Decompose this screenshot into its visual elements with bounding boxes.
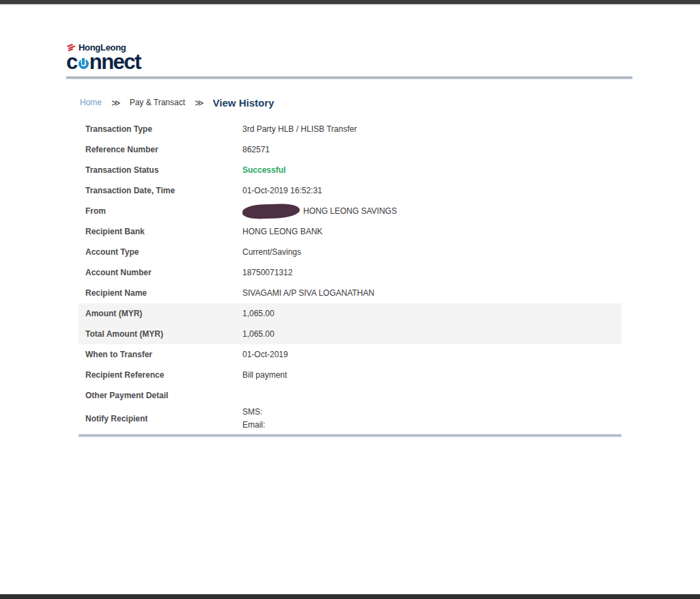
- detail-row: Account TypeCurrent/Savings: [79, 242, 621, 262]
- browser-top-edge: [0, 0, 700, 5]
- transaction-details-table: Transaction Type3rd Party HLB / HLISB Tr…: [79, 119, 621, 432]
- detail-row: When to Transfer01-Oct-2019: [79, 344, 621, 365]
- detail-label: Account Number: [79, 268, 242, 277]
- detail-row: Recipient BankHONG LEONG BANK: [79, 221, 621, 242]
- detail-label: Recipient Name: [79, 288, 242, 298]
- breadcrumb-separator-icon: ≫: [111, 98, 120, 108]
- detail-label: Other Payment Detail: [79, 391, 242, 400]
- detail-row: Other Payment Detail: [79, 385, 621, 406]
- detail-label: Recipient Reference: [79, 370, 242, 380]
- detail-label: Total Amount (MYR): [79, 329, 242, 339]
- hong-leong-connect-logo[interactable]: HongLeong c nnect: [66, 42, 182, 71]
- detail-value-line: Email:: [242, 419, 621, 432]
- detail-label: When to Transfer: [79, 350, 242, 359]
- detail-label: Recipient Bank: [79, 227, 242, 236]
- detail-row: Reference Number862571: [79, 139, 621, 160]
- detail-value: SIVAGAMI A/P SIVA LOGANATHAN: [242, 288, 621, 298]
- detail-value: 3rd Party HLB / HLISB Transfer: [242, 124, 621, 134]
- detail-row: Transaction StatusSuccessful: [79, 160, 621, 180]
- detail-value: 18750071312: [242, 268, 621, 277]
- detail-value: Successful: [242, 165, 621, 175]
- detail-value: 862571: [242, 145, 621, 154]
- detail-row: Total Amount (MYR)1,065.00: [79, 324, 621, 344]
- power-button-icon: [79, 59, 89, 69]
- detail-value: 01-Oct-2019 16:52:31: [242, 186, 621, 195]
- breadcrumb-home-link[interactable]: Home: [80, 98, 102, 107]
- footer-divider: [79, 434, 621, 437]
- page-content: HongLeong c nnect Home ≫ Pay & Transact …: [66, 7, 632, 437]
- detail-label: Transaction Status: [79, 165, 242, 175]
- detail-row: Transaction Date, Time01-Oct-2019 16:52:…: [79, 180, 621, 201]
- logo-connect-prefix: c: [66, 53, 77, 71]
- detail-value: HONG LEONG BANK: [242, 227, 621, 236]
- redaction-scribble: [242, 203, 300, 219]
- detail-value: HONG LEONG SAVINGS: [242, 204, 621, 219]
- detail-value: Bill payment: [242, 370, 621, 380]
- detail-label: Notify Recipient: [79, 414, 242, 423]
- detail-row: Transaction Type3rd Party HLB / HLISB Tr…: [79, 119, 621, 139]
- detail-label: Transaction Date, Time: [79, 186, 242, 195]
- detail-value: Current/Savings: [242, 247, 621, 257]
- browser-bottom-edge: [0, 594, 700, 599]
- detail-label: Amount (MYR): [79, 309, 242, 318]
- breadcrumb-separator-icon: ≫: [195, 98, 204, 108]
- detail-row: Recipient NameSIVAGAMI A/P SIVA LOGANATH…: [79, 283, 621, 303]
- detail-row: FromHONG LEONG SAVINGS: [79, 201, 621, 221]
- detail-row: Account Number18750071312: [79, 262, 621, 283]
- detail-label: Account Type: [79, 247, 242, 257]
- detail-row: Recipient ReferenceBill payment: [79, 365, 621, 385]
- detail-value: 1,065.00: [242, 309, 621, 318]
- detail-row: Notify RecipientSMS:Email:: [79, 406, 621, 432]
- breadcrumb-pay-and-transact[interactable]: Pay & Transact: [130, 98, 185, 107]
- logo-product-name: c nnect: [66, 53, 182, 71]
- detail-value-line: SMS:: [242, 406, 621, 419]
- detail-value: SMS:Email:: [242, 406, 621, 432]
- detail-row: Amount (MYR)1,065.00: [79, 303, 621, 324]
- header-divider: [66, 76, 632, 79]
- breadcrumb: Home ≫ Pay & Transact ≫ View History: [66, 96, 632, 109]
- page-title: View History: [213, 97, 275, 109]
- detail-label: From: [79, 206, 242, 216]
- detail-label: Transaction Type: [79, 124, 242, 134]
- detail-value: 1,065.00: [242, 329, 621, 339]
- detail-value: 01-Oct-2019: [242, 350, 621, 359]
- logo-connect-suffix: nnect: [89, 53, 141, 71]
- detail-label: Reference Number: [79, 145, 242, 154]
